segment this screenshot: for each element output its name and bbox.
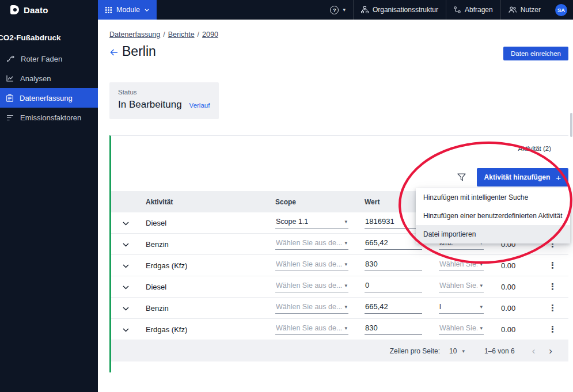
sidebar-nav: Roter Faden Analysen Datenerfassung Emis… (0, 49, 98, 127)
breadcrumb-link-berichte[interactable]: Berichte (168, 31, 195, 39)
unit-select[interactable]: Wählen Sie...▾ (439, 260, 484, 271)
table-row: Diesel Wählen Sie aus de...▾ 0 Wählen Si… (111, 276, 568, 298)
expand-row-chevron-icon[interactable] (123, 286, 129, 290)
chevron-down-icon: ▾ (480, 261, 483, 267)
row-menu-icon[interactable]: ⋮ (548, 281, 557, 291)
co2-value: 0.00 (501, 283, 548, 291)
menu-item-intelligent-search[interactable]: Hinzufügen mit intelligenter Suche (416, 188, 570, 207)
sidebar-item-roter-faden[interactable]: Roter Faden (0, 49, 98, 68)
filter-icon (457, 173, 466, 181)
nav-organisationsstruktur[interactable]: Organisationsstruktur (353, 0, 446, 20)
activity-table-card: Aktivität (2) Aktivität hinzufügen + Akt… (109, 135, 568, 372)
scope-select[interactable]: Wählen Sie aus de...▾ (275, 303, 348, 314)
status-label: Status (118, 89, 210, 96)
expand-row-chevron-icon[interactable] (123, 328, 129, 332)
wert-input[interactable]: 830 (365, 324, 422, 335)
expand-row-chevron-icon[interactable] (123, 243, 129, 247)
pagination-range: 1–6 von 6 (484, 347, 515, 355)
expand-row-chevron-icon[interactable] (123, 264, 129, 268)
nav-abfragen[interactable]: Abfragen (446, 0, 500, 20)
daato-logo-icon (10, 5, 19, 14)
users-icon (509, 6, 517, 13)
help-menu[interactable]: ? ▾ (322, 0, 353, 20)
wert-input[interactable]: 830 (365, 260, 422, 271)
history-link[interactable]: Verlauf (189, 102, 210, 109)
topbar: Daato Module ? ▾ Organisationsstruktur A… (0, 0, 573, 20)
scrollbar-thumb[interactable] (570, 113, 572, 137)
previous-page-button[interactable]: ‹ (532, 346, 536, 356)
brand-logo[interactable]: Daato (0, 5, 88, 15)
scope-select[interactable]: Wählen Sie aus de...▾ (275, 281, 348, 292)
unit-select[interactable]: Wählen Sie...▾ (439, 281, 484, 292)
co2-value: 0.00 (501, 261, 548, 270)
co2-value: 0.00 (501, 304, 548, 313)
wert-input[interactable]: 0 (365, 281, 422, 292)
row-menu-icon[interactable]: ⋮ (548, 324, 557, 334)
next-page-button[interactable]: › (549, 346, 552, 356)
plus-icon: + (556, 173, 561, 182)
breadcrumb-link-datenerfassung[interactable]: Datenerfassung (109, 31, 160, 39)
table-toolbar: Aktivität hinzufügen + (456, 168, 568, 187)
co2-value: 0.00 (501, 325, 548, 334)
rows-per-page-select[interactable]: 10 ▾ (449, 347, 465, 355)
back-arrow-icon[interactable] (109, 48, 119, 56)
table-row: Erdgas (Kfz) Wählen Sie aus de...▾ 830 W… (111, 319, 568, 340)
activity-name: Erdgas (Kfz) (146, 325, 275, 334)
chevron-down-icon: ▾ (344, 283, 347, 288)
sidebar-item-label: Datenerfassung (20, 94, 73, 102)
row-menu-icon[interactable]: ⋮ (548, 260, 557, 270)
sidebar-item-datenerfassung[interactable]: Datenerfassung (0, 88, 98, 108)
chevron-down-icon (145, 9, 149, 12)
sidebar-item-emissionsfaktoren[interactable]: Emissionsfaktoren (0, 108, 98, 127)
chevron-down-icon: ▾ (344, 240, 347, 246)
wert-input[interactable]: 665,42 (365, 238, 422, 250)
status-value: In Bearbeitung (118, 99, 182, 111)
activity-name: Diesel (146, 283, 275, 291)
unit-select[interactable]: l▾ (439, 303, 484, 314)
breadcrumb-separator: / (163, 31, 165, 39)
breadcrumb: Datenerfassung/Berichte/2090 (109, 31, 218, 39)
add-activity-button[interactable]: Aktivität hinzufügen + (477, 168, 568, 187)
scope-select[interactable]: Scope 1.1▾ (275, 218, 348, 229)
breadcrumb-separator: / (198, 31, 199, 39)
rows-per-page-label: Zeilen pro Seite: (390, 347, 440, 355)
sidebar-item-label: Emissionsfaktoren (20, 113, 81, 122)
user-avatar[interactable]: SA (555, 4, 567, 16)
clipboard-icon (6, 94, 13, 102)
chevron-down-icon: ▾ (480, 304, 483, 310)
wert-input[interactable]: 1816931 (365, 217, 422, 229)
nav-label: Abfragen (465, 6, 493, 14)
table-row: Erdgas (Kfz) Wählen Sie aus de...▾ 830 W… (111, 255, 568, 276)
grid-icon (105, 7, 112, 13)
unit-select[interactable]: Wählen Sie...▾ (439, 324, 484, 335)
menu-item-custom-activity[interactable]: Hinzufügen einer benutzerdefinierten Akt… (416, 207, 570, 225)
wert-input[interactable]: 665,42 (365, 302, 422, 314)
help-icon: ? (330, 6, 339, 14)
scope-select[interactable]: Wählen Sie aus de...▾ (275, 324, 348, 335)
scope-select[interactable]: Wählen Sie aus de...▾ (275, 239, 348, 250)
module-button[interactable]: Module (98, 0, 157, 20)
chevron-down-icon: ▾ (344, 325, 347, 331)
page-title: Berlin (122, 44, 156, 59)
column-header-scope: Scope (275, 198, 365, 206)
breadcrumb-link-2090[interactable]: 2090 (202, 31, 218, 39)
expand-row-chevron-icon[interactable] (123, 222, 129, 226)
menu-item-import-file[interactable]: Datei importieren (416, 225, 570, 243)
nav-nutzer[interactable]: Nutzer (500, 0, 548, 20)
expand-row-chevron-icon[interactable] (123, 307, 129, 311)
add-activity-label: Aktivität hinzufügen (484, 173, 551, 181)
sidebar-item-analysen[interactable]: Analysen (0, 68, 98, 88)
activity-name: Diesel (146, 219, 275, 227)
org-chart-icon (361, 6, 369, 13)
brand-name: Daato (24, 5, 48, 15)
scope-select[interactable]: Wählen Sie aus de...▾ (275, 260, 348, 271)
sidebar-item-label: Analysen (20, 74, 51, 83)
filter-button[interactable] (456, 172, 467, 182)
topbar-right: ? ▾ Organisationsstruktur Abfragen Nutze… (322, 0, 573, 20)
submit-data-button[interactable]: Daten einreichen (503, 47, 568, 60)
table-row: Benzin Wählen Sie aus de...▾ 665,42 l▾ 0… (111, 298, 568, 319)
chevron-down-icon: ▾ (480, 283, 483, 288)
chart-icon (6, 75, 14, 82)
row-menu-icon[interactable]: ⋮ (548, 303, 557, 313)
activity-count-label: Aktivität (2) (518, 145, 551, 152)
